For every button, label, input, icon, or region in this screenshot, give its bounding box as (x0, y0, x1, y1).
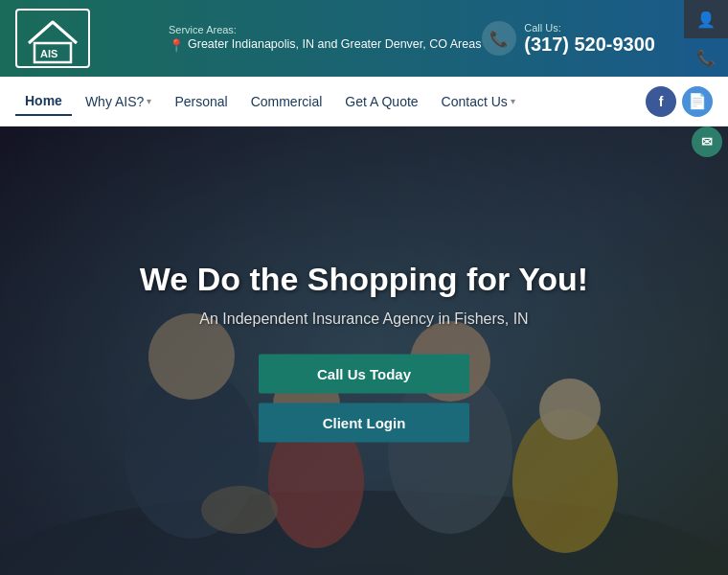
nav-item-personal[interactable]: Personal (165, 88, 237, 115)
svg-text:AIS: AIS (40, 48, 57, 59)
hero-subtitle: An Independent Insurance Agency in Fishe… (125, 310, 603, 327)
call-label: Call Us: (524, 22, 655, 34)
call-area: 📞 Call Us: (317) 520-9300 (482, 21, 713, 56)
chevron-down-icon: ▾ (147, 96, 151, 106)
hero-content: We Do the Shopping for You! An Independe… (125, 260, 603, 443)
hero-title: We Do the Shopping for You! (125, 260, 603, 299)
logo: AIS (15, 9, 90, 68)
logo-area: AIS (15, 9, 140, 68)
hero-section: We Do the Shopping for You! An Independe… (0, 126, 728, 575)
email-button[interactable]: ✉ (692, 126, 722, 157)
service-area: Service Areas: 📍 Greater Indianapolis, I… (140, 24, 482, 53)
document-button[interactable]: 📄 (682, 86, 713, 117)
top-bar: AIS Service Areas: 📍 Greater Indianapoli… (0, 0, 728, 77)
nav-item-why-ais[interactable]: Why AIS? ▾ (76, 88, 161, 115)
user-account-button[interactable]: 👤 (684, 0, 728, 38)
phone-button[interactable]: 📞 (684, 38, 728, 77)
hero-buttons: Call Us Today Client Login (125, 354, 603, 442)
top-bar-icons: 👤 📞 (684, 0, 728, 77)
service-areas-text: Greater Indianapolis, IN and Greater Den… (188, 37, 481, 51)
facebook-button[interactable]: f (646, 86, 676, 117)
call-number: (317) 520-9300 (524, 34, 655, 56)
client-login-button[interactable]: Client Login (259, 402, 469, 442)
nav-links: Home Why AIS? ▾ Personal Commercial Get … (15, 87, 646, 116)
call-us-today-button[interactable]: Call Us Today (259, 354, 469, 393)
nav-bar: Home Why AIS? ▾ Personal Commercial Get … (0, 77, 728, 126)
location-pin-icon: 📍 (169, 38, 184, 53)
service-label: Service Areas: (169, 24, 482, 35)
nav-item-home[interactable]: Home (15, 87, 72, 116)
call-circle-icon: 📞 (482, 21, 516, 56)
nav-item-commercial[interactable]: Commercial (241, 88, 332, 115)
nav-social: f 📄 (646, 86, 713, 117)
nav-item-get-a-quote[interactable]: Get A Quote (335, 88, 427, 115)
chevron-down-icon-contact: ▾ (511, 96, 515, 106)
nav-item-contact-us[interactable]: Contact Us ▾ (432, 88, 525, 115)
